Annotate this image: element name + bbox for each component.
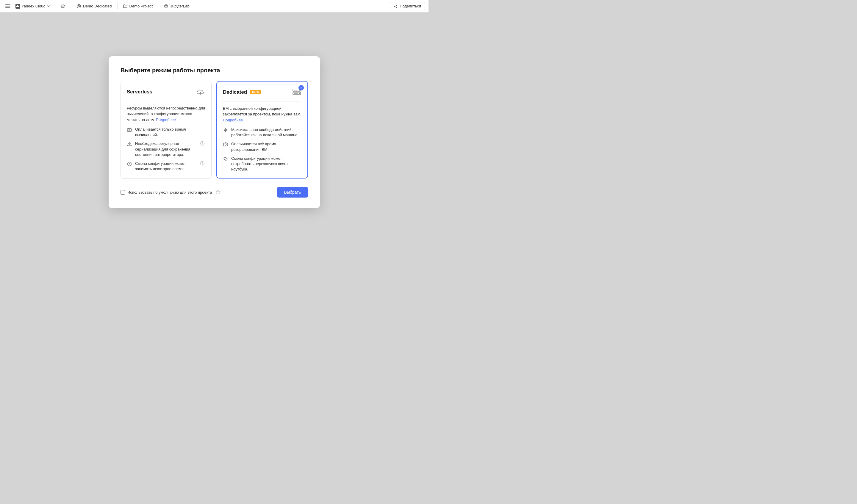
folder-icon bbox=[123, 4, 128, 9]
home-tab[interactable] bbox=[58, 3, 68, 10]
svg-rect-7 bbox=[127, 129, 132, 132]
dedicated-desc: ВМ с выбранной конфигурацией закрепляетс… bbox=[223, 106, 301, 123]
server-icon bbox=[77, 4, 81, 9]
svg-point-6 bbox=[165, 4, 168, 8]
serverless-card-header: Serverless bbox=[127, 87, 205, 97]
svg-rect-2 bbox=[5, 7, 10, 8]
dedicated-feature-2: Оплачивается всё время резервирования ВМ… bbox=[223, 141, 301, 152]
dedicated-feature-1: Максимальная свобода действий: работайте… bbox=[223, 127, 301, 138]
camera-icon-2 bbox=[223, 141, 228, 147]
tab-demo-dedicated-label: Demo Dedicated bbox=[83, 4, 112, 8]
cloud-upload-icon bbox=[196, 87, 205, 97]
serverless-features: Оплачивается только время вычислений. Не… bbox=[127, 127, 205, 172]
serverless-title: Serverless bbox=[127, 89, 152, 95]
topbar-left: Yandex.Cloud Demo Dedicated bbox=[3, 2, 390, 11]
clock-icon bbox=[127, 161, 132, 167]
serverless-feature-2-row: Необходима регулярная сериализация для с… bbox=[135, 141, 205, 157]
topbar: Yandex.Cloud Demo Dedicated bbox=[0, 0, 428, 13]
svg-point-8 bbox=[129, 130, 130, 131]
refresh-icon bbox=[223, 156, 228, 162]
serverless-feature-3: Смена конфигурации может занимать некото… bbox=[127, 161, 205, 172]
serverless-link[interactable]: Подробнее bbox=[156, 118, 176, 122]
share-icon bbox=[394, 4, 398, 8]
brand-label: Yandex.Cloud bbox=[21, 4, 46, 8]
separator-4 bbox=[158, 3, 158, 9]
tab-demo-project[interactable]: Demo Project bbox=[120, 3, 156, 10]
dedicated-card-icon-wrapper bbox=[292, 87, 301, 97]
tab-demo-dedicated[interactable]: Demo Dedicated bbox=[73, 3, 115, 10]
new-badge: NEW bbox=[250, 90, 261, 94]
dedicated-card-header: Dedicated NEW bbox=[223, 87, 301, 97]
dedicated-title-row: Dedicated NEW bbox=[223, 89, 261, 95]
svg-point-22 bbox=[225, 144, 226, 146]
cloud-icon bbox=[16, 4, 20, 9]
svg-point-5 bbox=[78, 5, 80, 7]
svg-point-18 bbox=[299, 93, 300, 94]
serverless-feature-1: Оплачивается только время вычислений. bbox=[127, 127, 205, 137]
separator-3 bbox=[117, 3, 118, 9]
dedicated-feature-3: Смена конфигурации может потребовать пер… bbox=[223, 156, 301, 172]
svg-point-11 bbox=[202, 144, 202, 145]
help-icon-2[interactable] bbox=[200, 161, 205, 166]
share-label: Поделиться bbox=[400, 4, 421, 8]
serverless-feature-3-row: Смена конфигурации может занимать некото… bbox=[135, 161, 205, 172]
brand-logo[interactable]: Yandex.Cloud bbox=[13, 3, 53, 10]
camera-icon-1 bbox=[127, 127, 132, 132]
dialog-title: Выберите режим работы проекта bbox=[120, 67, 308, 74]
serverless-title-row: Serverless bbox=[127, 89, 152, 95]
serverless-feature-2: Необходима регулярная сериализация для с… bbox=[127, 141, 205, 157]
cards-row: Serverless Ресурсы выделяются непосредст… bbox=[120, 81, 308, 179]
default-label[interactable]: Использовать по умолчанию для этого прое… bbox=[127, 190, 212, 195]
svg-point-9 bbox=[129, 145, 130, 146]
svg-rect-1 bbox=[5, 6, 10, 6]
dedicated-features: Максимальная свобода действий: работайте… bbox=[223, 127, 301, 172]
default-checkbox[interactable] bbox=[120, 190, 125, 195]
tab-demo-project-label: Demo Project bbox=[130, 4, 153, 8]
menu-button[interactable] bbox=[3, 2, 12, 11]
svg-point-4 bbox=[77, 4, 81, 8]
select-button[interactable]: Выбрать bbox=[277, 187, 308, 198]
topbar-right: Поделиться bbox=[390, 2, 425, 10]
share-button[interactable]: Поделиться bbox=[390, 2, 425, 10]
chevron-down-icon bbox=[47, 4, 50, 8]
main-content: Выберите режим работы проекта Serverless bbox=[0, 13, 428, 252]
tab-jupyterlab[interactable]: JupyterLab bbox=[161, 3, 192, 10]
dedicated-divider bbox=[223, 101, 301, 101]
help-icon-1[interactable] bbox=[200, 141, 205, 146]
dialog: Выберите режим работы проекта Serverless bbox=[108, 56, 320, 208]
warning-icon bbox=[127, 141, 132, 147]
separator bbox=[55, 3, 55, 9]
serverless-icon bbox=[196, 87, 205, 97]
svg-rect-0 bbox=[5, 4, 10, 5]
default-checkbox-row: Использовать по умолчанию для этого прое… bbox=[120, 190, 220, 195]
separator-2 bbox=[71, 3, 71, 9]
dedicated-card[interactable]: Dedicated NEW bbox=[216, 81, 308, 179]
dedicated-link[interactable]: Подробнее bbox=[223, 118, 243, 122]
jupyter-icon bbox=[164, 4, 168, 9]
tab-jupyterlab-label: JupyterLab bbox=[170, 4, 189, 8]
home-icon bbox=[61, 4, 65, 9]
dialog-footer: Использовать по умолчанию для этого прое… bbox=[120, 187, 308, 198]
serverless-desc: Ресурсы выделяются непосредственно для в… bbox=[127, 105, 205, 123]
selected-checkmark bbox=[299, 85, 304, 90]
dedicated-title: Dedicated bbox=[223, 89, 247, 95]
svg-point-14 bbox=[202, 164, 202, 164]
serverless-card[interactable]: Serverless Ресурсы выделяются непосредст… bbox=[120, 81, 212, 179]
footer-help-icon[interactable] bbox=[216, 190, 220, 195]
svg-rect-21 bbox=[223, 143, 228, 146]
bolt-icon bbox=[223, 127, 228, 133]
